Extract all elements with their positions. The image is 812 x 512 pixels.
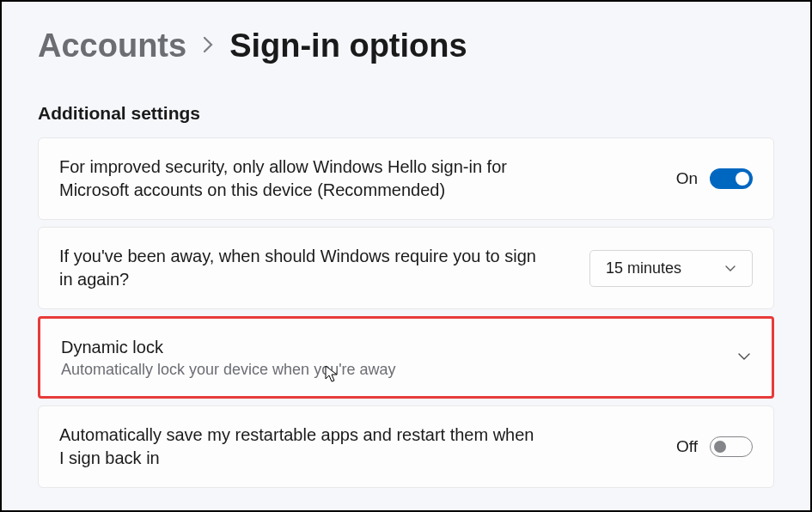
dropdown-value: 15 minutes	[606, 259, 681, 277]
toggle-switch[interactable]	[710, 168, 753, 189]
setting-require-signin: If you've been away, when should Windows…	[38, 227, 774, 309]
setting-control: On	[676, 168, 753, 189]
breadcrumb: Accounts Sign-in options	[38, 27, 774, 64]
setting-title: For improved security, only allow Window…	[59, 155, 540, 202]
setting-text: If you've been away, when should Windows…	[59, 245, 564, 291]
timeout-dropdown[interactable]: 15 minutes	[589, 250, 753, 287]
toggle-state-label: On	[676, 169, 698, 188]
toggle-switch[interactable]	[710, 436, 753, 457]
setting-restartable-apps: Automatically save my restartable apps a…	[38, 405, 774, 488]
setting-subtitle: Automatically lock your device when you'…	[61, 361, 711, 379]
toggle-knob	[736, 172, 749, 186]
setting-control: 15 minutes	[589, 250, 753, 287]
chevron-down-icon	[737, 350, 751, 365]
setting-dynamic-lock[interactable]: Dynamic lock Automatically lock your dev…	[38, 316, 774, 399]
setting-title: Dynamic lock	[61, 336, 711, 359]
chevron-right-icon	[202, 36, 214, 57]
setting-title: If you've been away, when should Windows…	[59, 245, 540, 291]
page-title: Sign-in options	[229, 27, 467, 64]
setting-control	[737, 350, 751, 365]
toggle-knob	[714, 441, 726, 453]
setting-hello-signin: For improved security, only allow Window…	[38, 137, 774, 220]
setting-text: For improved security, only allow Window…	[59, 155, 650, 202]
setting-text: Dynamic lock Automatically lock your dev…	[61, 336, 711, 379]
setting-text: Automatically save my restartable apps a…	[59, 424, 650, 470]
setting-title: Automatically save my restartable apps a…	[59, 424, 540, 470]
breadcrumb-parent[interactable]: Accounts	[38, 27, 186, 64]
chevron-down-icon	[724, 259, 736, 277]
section-title: Additional settings	[38, 103, 774, 124]
toggle-state-label: Off	[676, 437, 698, 456]
settings-list: For improved security, only allow Window…	[38, 137, 774, 488]
setting-control: Off	[676, 436, 753, 457]
